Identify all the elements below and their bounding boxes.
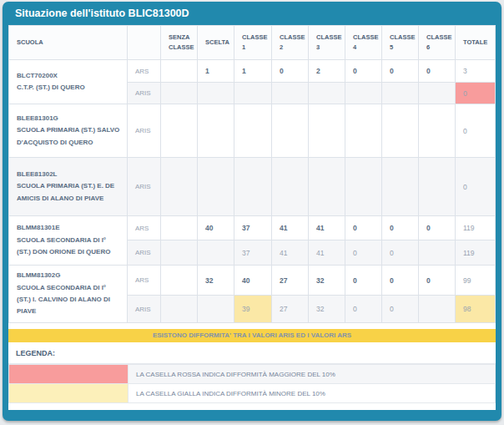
value-cell — [198, 240, 234, 266]
panel-content: SCUOLA SENZA CLASSE SCELTA CLASSE 1 CLAS… — [8, 25, 496, 410]
legend-row-red: LA CASELLA ROSSA INDICA DIFFORMITÀ MAGGI… — [9, 365, 496, 384]
value-cell: 0 — [382, 60, 419, 83]
total-cell-diff-major: 0 — [456, 83, 496, 104]
source-label: ARIS — [128, 158, 161, 216]
value-cell: 0 — [272, 60, 309, 83]
institute-panel: Situazione dell'istituto BLIC81300D SCUO… — [3, 2, 501, 421]
value-cell: 0 — [345, 296, 382, 323]
value-cell: 1 — [198, 60, 234, 83]
legend-table: LA CASELLA ROSSA INDICA DIFFORMITÀ MAGGI… — [8, 364, 496, 403]
value-cell — [161, 158, 198, 216]
school-name: C.T.P. (ST.) DI QUERO — [17, 82, 122, 94]
value-cell — [161, 240, 198, 266]
value-cell: 27 — [272, 266, 309, 296]
total-cell: 3 — [456, 60, 496, 83]
header-classe-1: CLASSE 1 — [234, 26, 272, 60]
situazione-table: SCUOLA SENZA CLASSE SCELTA CLASSE 1 CLAS… — [8, 25, 496, 323]
header-classe-5: CLASSE 5 — [382, 26, 419, 60]
value-cell — [198, 158, 234, 216]
school-code: BLMM81301E — [17, 222, 122, 234]
table-row: BLMM81301E SCUOLA SECONDARIA DI I° (ST.)… — [9, 216, 496, 240]
value-cell: 32 — [198, 266, 234, 296]
total-cell: 119 — [456, 240, 496, 266]
value-cell — [234, 104, 272, 158]
value-cell: 37 — [234, 240, 272, 266]
value-cell — [161, 60, 198, 83]
header-classe-4: CLASSE 4 — [345, 26, 382, 60]
source-label: ARIS — [128, 296, 161, 323]
value-cell: 37 — [234, 216, 272, 240]
header-scelta: SCELTA — [198, 26, 234, 60]
legend-row-yellow: LA CASELLA GIALLA INDICA DIFFORMITÀ MINO… — [9, 384, 496, 403]
total-cell: 99 — [456, 266, 496, 296]
value-cell: 1 — [234, 60, 272, 83]
value-cell: 0 — [419, 216, 456, 240]
school-code: BLCT70200X — [17, 70, 122, 82]
value-cell: 0 — [345, 266, 382, 296]
legend-red-text: LA CASELLA ROSSA INDICA DIFFORMITÀ MAGGI… — [129, 365, 496, 384]
value-cell: 0 — [345, 216, 382, 240]
school-name: SCUOLA SECONDARIA DI I° (ST.) DON ORIONE… — [17, 235, 122, 259]
value-cell — [198, 296, 234, 323]
school-name: SCUOLA PRIMARIA (ST.) SALVO D'ACQUISTO D… — [17, 124, 122, 149]
source-label: ARIS — [128, 104, 161, 158]
value-cell: 27 — [272, 296, 309, 323]
value-cell — [161, 216, 198, 240]
value-cell: 0 — [345, 240, 382, 266]
school-name: SCUOLA PRIMARIA (ST.) E. DE AMICIS DI AL… — [17, 180, 122, 205]
value-cell — [309, 158, 345, 216]
value-cell — [161, 266, 198, 296]
value-cell-diff-minor: 39 — [234, 296, 272, 323]
value-cell — [419, 158, 456, 216]
value-cell: 0 — [419, 266, 456, 296]
value-cell: 40 — [198, 216, 234, 240]
value-cell: 0 — [345, 60, 382, 83]
table-row: BLCT70200X C.T.P. (ST.) DI QUERO ARS 1 1… — [9, 60, 496, 83]
header-classe-2: CLASSE 2 — [272, 26, 309, 60]
header-classe-6: CLASSE 6 — [419, 26, 456, 60]
value-cell: 32 — [309, 266, 345, 296]
value-cell — [272, 83, 309, 104]
school-cell: BLEE81302L SCUOLA PRIMARIA (ST.) E. DE A… — [9, 158, 128, 216]
header-senza-classe: SENZA CLASSE — [161, 26, 198, 60]
value-cell — [419, 296, 456, 323]
value-cell: 2 — [309, 60, 345, 83]
value-cell — [161, 83, 198, 104]
school-cell: BLCT70200X C.T.P. (ST.) DI QUERO — [9, 60, 128, 104]
value-cell — [419, 104, 456, 158]
table-header-row: SCUOLA SENZA CLASSE SCELTA CLASSE 1 CLAS… — [9, 26, 496, 60]
value-cell — [198, 83, 234, 104]
value-cell — [234, 158, 272, 216]
legend-yellow-text: LA CASELLA GIALLA INDICA DIFFORMITÀ MINO… — [129, 384, 496, 403]
legend-yellow-swatch — [9, 384, 129, 403]
value-cell: 0 — [382, 296, 419, 323]
source-label: ARS — [128, 266, 161, 296]
value-cell — [382, 158, 419, 216]
total-cell: 119 — [456, 216, 496, 240]
source-label: ARS — [128, 60, 161, 83]
value-cell: 41 — [309, 240, 345, 266]
total-cell: 0 — [456, 104, 496, 158]
value-cell — [272, 104, 309, 158]
table-row: BLMM81302G SCUOLA SECONDARIA DI I° (ST.)… — [9, 266, 496, 296]
source-label: ARS — [128, 216, 161, 240]
value-cell — [419, 240, 456, 266]
header-scuola: SCUOLA — [9, 26, 128, 60]
value-cell — [345, 83, 382, 104]
school-name: SCUOLA SECONDARIA DI I° (ST.) I. CALVINO… — [17, 282, 122, 318]
table-row: BLEE81301G SCUOLA PRIMARIA (ST.) SALVO D… — [9, 104, 496, 158]
value-cell: 41 — [272, 216, 309, 240]
difformita-banner: ESISTONO DIFFORMITA' TRA I VALORI ARIS E… — [8, 329, 496, 342]
value-cell — [345, 158, 382, 216]
source-label: ARIS — [128, 83, 161, 104]
value-cell: 0 — [382, 266, 419, 296]
source-label: ARIS — [128, 240, 161, 266]
value-cell: 32 — [309, 296, 345, 323]
value-cell — [161, 296, 198, 323]
value-cell — [382, 83, 419, 104]
value-cell — [161, 104, 198, 158]
value-cell: 0 — [382, 240, 419, 266]
school-code: BLEE81302L — [17, 169, 122, 180]
value-cell — [382, 104, 419, 158]
header-totale: TOTALE — [456, 26, 496, 60]
